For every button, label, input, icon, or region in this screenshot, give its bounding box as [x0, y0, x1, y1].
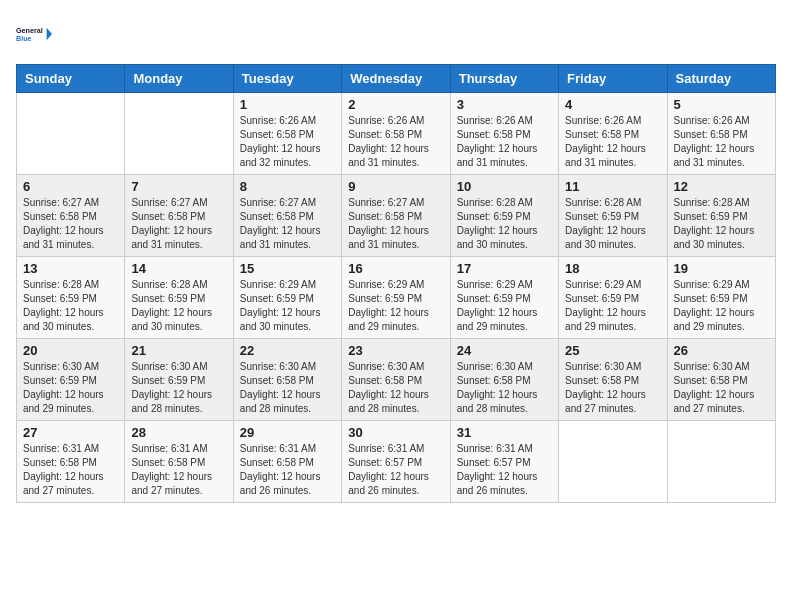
day-number: 1 — [240, 97, 335, 112]
day-info: Sunrise: 6:29 AM Sunset: 6:59 PM Dayligh… — [457, 278, 552, 334]
day-info: Sunrise: 6:29 AM Sunset: 6:59 PM Dayligh… — [674, 278, 769, 334]
day-number: 23 — [348, 343, 443, 358]
day-number: 9 — [348, 179, 443, 194]
day-info: Sunrise: 6:28 AM Sunset: 6:59 PM Dayligh… — [23, 278, 118, 334]
day-info: Sunrise: 6:29 AM Sunset: 6:59 PM Dayligh… — [240, 278, 335, 334]
day-number: 18 — [565, 261, 660, 276]
day-number: 16 — [348, 261, 443, 276]
calendar-cell: 6Sunrise: 6:27 AM Sunset: 6:58 PM Daylig… — [17, 175, 125, 257]
svg-text:General: General — [16, 26, 43, 35]
day-number: 12 — [674, 179, 769, 194]
day-number: 28 — [131, 425, 226, 440]
day-info: Sunrise: 6:28 AM Sunset: 6:59 PM Dayligh… — [674, 196, 769, 252]
calendar-cell: 15Sunrise: 6:29 AM Sunset: 6:59 PM Dayli… — [233, 257, 341, 339]
day-number: 2 — [348, 97, 443, 112]
day-info: Sunrise: 6:27 AM Sunset: 6:58 PM Dayligh… — [23, 196, 118, 252]
day-info: Sunrise: 6:26 AM Sunset: 6:58 PM Dayligh… — [240, 114, 335, 170]
weekday-header-cell: Saturday — [667, 65, 775, 93]
day-number: 14 — [131, 261, 226, 276]
day-info: Sunrise: 6:28 AM Sunset: 6:59 PM Dayligh… — [457, 196, 552, 252]
calendar-cell: 9Sunrise: 6:27 AM Sunset: 6:58 PM Daylig… — [342, 175, 450, 257]
svg-text:Blue: Blue — [16, 34, 32, 43]
calendar-cell: 5Sunrise: 6:26 AM Sunset: 6:58 PM Daylig… — [667, 93, 775, 175]
day-number: 27 — [23, 425, 118, 440]
calendar-cell: 18Sunrise: 6:29 AM Sunset: 6:59 PM Dayli… — [559, 257, 667, 339]
calendar-cell: 3Sunrise: 6:26 AM Sunset: 6:58 PM Daylig… — [450, 93, 558, 175]
weekday-header-cell: Friday — [559, 65, 667, 93]
calendar-cell: 14Sunrise: 6:28 AM Sunset: 6:59 PM Dayli… — [125, 257, 233, 339]
calendar-cell: 20Sunrise: 6:30 AM Sunset: 6:59 PM Dayli… — [17, 339, 125, 421]
weekday-header-row: SundayMondayTuesdayWednesdayThursdayFrid… — [17, 65, 776, 93]
day-info: Sunrise: 6:30 AM Sunset: 6:58 PM Dayligh… — [240, 360, 335, 416]
day-info: Sunrise: 6:27 AM Sunset: 6:58 PM Dayligh… — [348, 196, 443, 252]
day-number: 17 — [457, 261, 552, 276]
calendar-cell: 27Sunrise: 6:31 AM Sunset: 6:58 PM Dayli… — [17, 421, 125, 503]
day-info: Sunrise: 6:27 AM Sunset: 6:58 PM Dayligh… — [240, 196, 335, 252]
calendar-cell: 30Sunrise: 6:31 AM Sunset: 6:57 PM Dayli… — [342, 421, 450, 503]
calendar-cell: 22Sunrise: 6:30 AM Sunset: 6:58 PM Dayli… — [233, 339, 341, 421]
calendar-cell: 1Sunrise: 6:26 AM Sunset: 6:58 PM Daylig… — [233, 93, 341, 175]
day-number: 15 — [240, 261, 335, 276]
day-info: Sunrise: 6:27 AM Sunset: 6:58 PM Dayligh… — [131, 196, 226, 252]
svg-marker-2 — [47, 28, 52, 41]
day-number: 19 — [674, 261, 769, 276]
day-number: 4 — [565, 97, 660, 112]
calendar-cell — [667, 421, 775, 503]
day-info: Sunrise: 6:31 AM Sunset: 6:58 PM Dayligh… — [240, 442, 335, 498]
weekday-header-cell: Monday — [125, 65, 233, 93]
calendar-cell: 24Sunrise: 6:30 AM Sunset: 6:58 PM Dayli… — [450, 339, 558, 421]
day-number: 29 — [240, 425, 335, 440]
day-info: Sunrise: 6:30 AM Sunset: 6:58 PM Dayligh… — [674, 360, 769, 416]
day-number: 8 — [240, 179, 335, 194]
day-number: 3 — [457, 97, 552, 112]
calendar-cell: 13Sunrise: 6:28 AM Sunset: 6:59 PM Dayli… — [17, 257, 125, 339]
day-number: 13 — [23, 261, 118, 276]
calendar-cell — [559, 421, 667, 503]
day-info: Sunrise: 6:30 AM Sunset: 6:59 PM Dayligh… — [131, 360, 226, 416]
calendar-cell — [17, 93, 125, 175]
day-number: 21 — [131, 343, 226, 358]
calendar-table: SundayMondayTuesdayWednesdayThursdayFrid… — [16, 64, 776, 503]
day-number: 31 — [457, 425, 552, 440]
day-info: Sunrise: 6:31 AM Sunset: 6:57 PM Dayligh… — [348, 442, 443, 498]
calendar-cell: 31Sunrise: 6:31 AM Sunset: 6:57 PM Dayli… — [450, 421, 558, 503]
calendar-cell: 11Sunrise: 6:28 AM Sunset: 6:59 PM Dayli… — [559, 175, 667, 257]
calendar-cell: 16Sunrise: 6:29 AM Sunset: 6:59 PM Dayli… — [342, 257, 450, 339]
calendar-cell: 8Sunrise: 6:27 AM Sunset: 6:58 PM Daylig… — [233, 175, 341, 257]
day-number: 11 — [565, 179, 660, 194]
calendar-week-row: 1Sunrise: 6:26 AM Sunset: 6:58 PM Daylig… — [17, 93, 776, 175]
calendar-cell: 10Sunrise: 6:28 AM Sunset: 6:59 PM Dayli… — [450, 175, 558, 257]
day-number: 26 — [674, 343, 769, 358]
calendar-cell: 4Sunrise: 6:26 AM Sunset: 6:58 PM Daylig… — [559, 93, 667, 175]
day-info: Sunrise: 6:30 AM Sunset: 6:58 PM Dayligh… — [565, 360, 660, 416]
calendar-cell: 19Sunrise: 6:29 AM Sunset: 6:59 PM Dayli… — [667, 257, 775, 339]
logo: GeneralBlue — [16, 16, 52, 52]
calendar-cell: 7Sunrise: 6:27 AM Sunset: 6:58 PM Daylig… — [125, 175, 233, 257]
day-info: Sunrise: 6:29 AM Sunset: 6:59 PM Dayligh… — [348, 278, 443, 334]
logo-icon: GeneralBlue — [16, 16, 52, 52]
day-info: Sunrise: 6:31 AM Sunset: 6:57 PM Dayligh… — [457, 442, 552, 498]
day-info: Sunrise: 6:26 AM Sunset: 6:58 PM Dayligh… — [457, 114, 552, 170]
day-number: 30 — [348, 425, 443, 440]
calendar-cell — [125, 93, 233, 175]
day-info: Sunrise: 6:28 AM Sunset: 6:59 PM Dayligh… — [131, 278, 226, 334]
day-info: Sunrise: 6:30 AM Sunset: 6:58 PM Dayligh… — [457, 360, 552, 416]
day-number: 6 — [23, 179, 118, 194]
day-number: 22 — [240, 343, 335, 358]
calendar-cell: 23Sunrise: 6:30 AM Sunset: 6:58 PM Dayli… — [342, 339, 450, 421]
calendar-week-row: 13Sunrise: 6:28 AM Sunset: 6:59 PM Dayli… — [17, 257, 776, 339]
calendar-week-row: 27Sunrise: 6:31 AM Sunset: 6:58 PM Dayli… — [17, 421, 776, 503]
calendar-cell: 2Sunrise: 6:26 AM Sunset: 6:58 PM Daylig… — [342, 93, 450, 175]
calendar-week-row: 20Sunrise: 6:30 AM Sunset: 6:59 PM Dayli… — [17, 339, 776, 421]
day-info: Sunrise: 6:28 AM Sunset: 6:59 PM Dayligh… — [565, 196, 660, 252]
weekday-header-cell: Wednesday — [342, 65, 450, 93]
calendar-cell: 17Sunrise: 6:29 AM Sunset: 6:59 PM Dayli… — [450, 257, 558, 339]
day-number: 5 — [674, 97, 769, 112]
day-number: 20 — [23, 343, 118, 358]
weekday-header-cell: Tuesday — [233, 65, 341, 93]
calendar-week-row: 6Sunrise: 6:27 AM Sunset: 6:58 PM Daylig… — [17, 175, 776, 257]
calendar-cell: 12Sunrise: 6:28 AM Sunset: 6:59 PM Dayli… — [667, 175, 775, 257]
day-number: 24 — [457, 343, 552, 358]
day-number: 7 — [131, 179, 226, 194]
day-number: 10 — [457, 179, 552, 194]
